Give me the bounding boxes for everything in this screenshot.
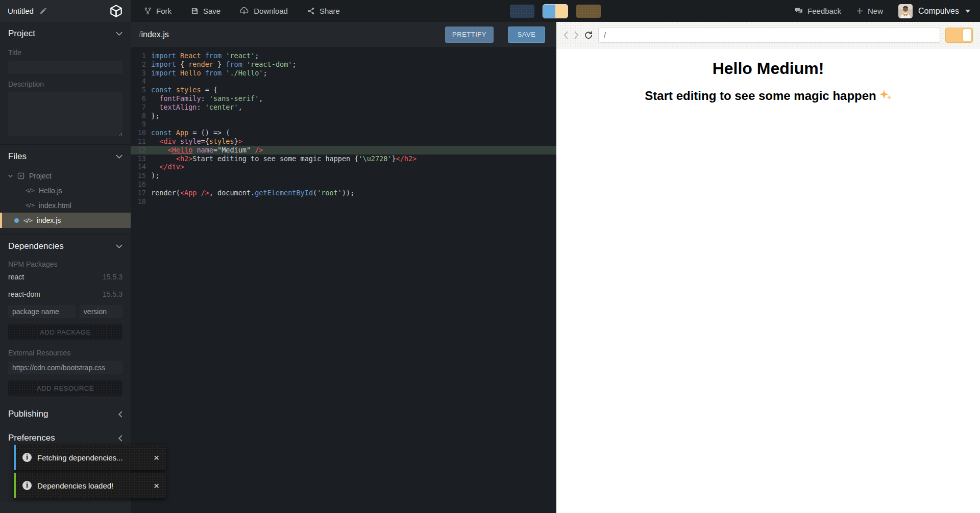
fork-icon <box>144 7 152 15</box>
code-line: 6 fontFamily: 'sans-serif', <box>131 94 556 103</box>
project-section-title: Project <box>8 29 35 39</box>
project-section: Project Title Description <box>0 22 131 144</box>
feedback-button[interactable]: Feedback <box>795 7 841 15</box>
line-number: 8 <box>131 112 146 120</box>
code-token: Hello <box>172 146 193 154</box>
title-label: Title <box>8 48 122 57</box>
code-token: ; <box>292 60 296 68</box>
files-section-title: Files <box>8 151 27 162</box>
add-package-button[interactable]: ADD PACKAGE <box>8 324 122 340</box>
project-description-input[interactable] <box>8 92 122 136</box>
code-token: 'center' <box>205 103 238 111</box>
share-button[interactable]: Share <box>307 7 340 15</box>
code-token <box>151 146 168 154</box>
main-content: Project Title Description Files Pr <box>0 22 980 513</box>
code-line: 14 </div> <box>131 163 556 171</box>
code-token: <div <box>159 137 180 145</box>
download-icon <box>240 7 249 15</box>
edit-pencil-icon[interactable] <box>39 8 46 15</box>
add-resource-button[interactable]: ADD RESOURCE <box>8 380 122 396</box>
project-section-header[interactable]: Project <box>8 28 122 39</box>
new-button[interactable]: New <box>856 7 883 15</box>
toast-message: Dependencies loaded! <box>37 481 113 490</box>
file-name: index.js <box>37 216 61 224</box>
code-token: 'react' <box>226 52 255 60</box>
code-token: <h2> <box>176 155 193 163</box>
url-input[interactable] <box>598 28 940 43</box>
app-logo-cube-icon[interactable] <box>109 4 123 18</box>
code-text: }; <box>146 112 159 120</box>
code-file-icon: </> <box>26 187 34 194</box>
line-number: 9 <box>131 120 146 129</box>
code-token: styles <box>209 137 234 145</box>
code-text: render(<App />, document.getElementById(… <box>146 189 354 197</box>
code-text: const App = () => ( <box>146 129 230 137</box>
preview-heading: Hello Medium! <box>556 59 980 78</box>
code-line: 15); <box>131 171 556 180</box>
preferences-section-header[interactable]: Preferences <box>8 432 122 444</box>
back-icon[interactable] <box>564 31 569 39</box>
share-label: Share <box>320 7 340 15</box>
package-name: react-dom <box>8 290 40 298</box>
project-title-input[interactable] <box>8 61 122 74</box>
files-section: Files Project </> Hello.js </> <box>0 144 131 234</box>
user-menu[interactable]: Compulves <box>898 4 971 18</box>
close-icon[interactable]: × <box>154 453 159 463</box>
code-text: <h2>Start editing to see some magic happ… <box>146 155 416 163</box>
code-line: 1import React from 'react'; <box>131 52 556 60</box>
dependencies-section-header[interactable]: Dependencies <box>8 241 122 252</box>
description-label: Description <box>8 80 122 88</box>
prettify-button[interactable]: PRETTIFY <box>445 27 494 43</box>
preview-page: Hello Medium! Start editing to see some … <box>556 48 980 513</box>
file-item-index-js[interactable]: </> index.js <box>0 213 131 228</box>
code-text <box>146 180 151 189</box>
code-text: textAlign: 'center', <box>146 103 242 112</box>
code-token <box>151 94 159 102</box>
line-number: 14 <box>131 163 146 171</box>
editor-save-button[interactable]: SAVE <box>508 27 545 43</box>
package-version-input[interactable] <box>80 305 122 318</box>
code-file-icon: </> <box>26 202 34 209</box>
topbar-toolbar: Fork Save Download Share <box>131 0 980 22</box>
line-number: 13 <box>131 155 146 163</box>
refresh-icon[interactable] <box>584 31 593 40</box>
code-token: from <box>226 60 247 68</box>
share-icon <box>307 7 315 15</box>
file-tree: Project </> Hello.js </> index.html </> … <box>0 168 131 228</box>
split-view-toggle[interactable] <box>543 5 568 18</box>
preview-view-toggle[interactable] <box>576 5 601 18</box>
files-section-header[interactable]: Files <box>0 151 131 162</box>
file-item-hello-js[interactable]: </> Hello.js <box>0 183 131 198</box>
save-button[interactable]: Save <box>191 7 220 15</box>
path-filename: index.js <box>141 30 168 39</box>
fork-button[interactable]: Fork <box>144 7 172 15</box>
file-item-index-html[interactable]: </> index.html <box>0 198 131 213</box>
toast-fetching-dependencies: i Fetching dependencies... × <box>14 445 166 470</box>
external-resource-input[interactable] <box>8 361 122 374</box>
chevron-down-icon <box>116 155 122 159</box>
code-editor[interactable]: 1import React from 'react';2import { ren… <box>131 47 556 513</box>
line-number: 12 <box>131 146 146 155</box>
package-name-input[interactable] <box>8 305 76 318</box>
code-token: ; <box>255 52 259 60</box>
toast-message: Fetching dependencies... <box>37 453 123 462</box>
code-token: ; <box>263 69 267 77</box>
publishing-section: Publishing <box>0 402 131 426</box>
tree-folder-project[interactable]: Project <box>0 168 131 183</box>
download-button[interactable]: Download <box>240 7 288 15</box>
editor-view-toggle[interactable] <box>510 5 534 18</box>
unsaved-indicator-dot <box>14 218 19 223</box>
forward-icon[interactable] <box>574 31 579 39</box>
publishing-section-header[interactable]: Publishing <box>8 408 122 420</box>
close-icon[interactable]: × <box>154 481 159 491</box>
editor-pane: /index.js PRETTIFY SAVE 1import React fr… <box>131 22 556 513</box>
code-token: from <box>201 69 226 77</box>
preview-navbar <box>556 22 980 48</box>
dependencies-section-title: Dependencies <box>8 241 64 251</box>
top-bar: Untitled Fork Save <box>0 0 980 22</box>
code-line: 18 <box>131 197 556 206</box>
code-token: /> <box>255 146 263 154</box>
preview-toggle-switch[interactable] <box>945 28 973 43</box>
code-token: ="Medium" <box>213 146 255 154</box>
code-text <box>146 120 151 129</box>
